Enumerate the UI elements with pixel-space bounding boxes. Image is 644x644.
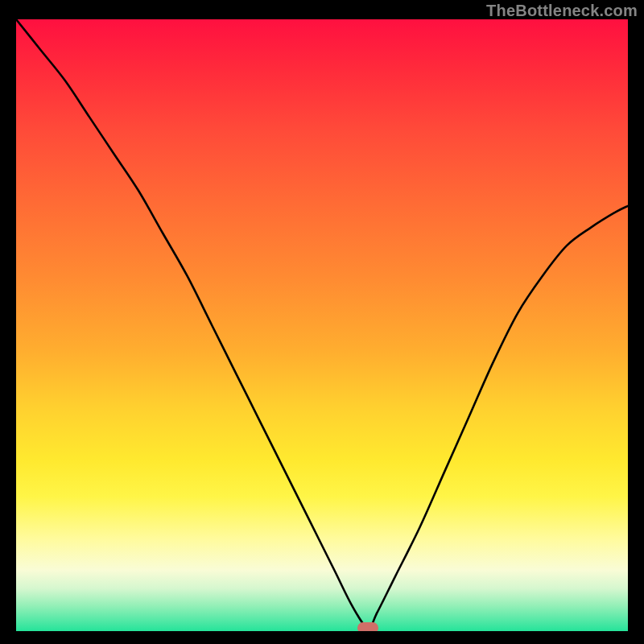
plot-area: [16, 19, 628, 631]
optimum-marker: [357, 622, 378, 631]
attribution-text: TheBottleneck.com: [486, 2, 638, 20]
bottleneck-curve: [16, 19, 628, 631]
chart-frame: TheBottleneck.com: [0, 0, 644, 644]
